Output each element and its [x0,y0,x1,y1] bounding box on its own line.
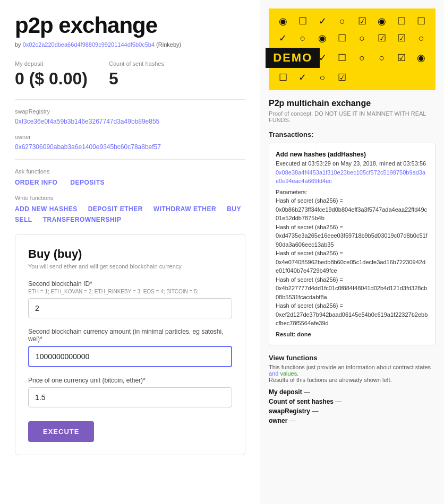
left-panel: p2p exchange by 0x02c2a220dbea66d4f98809… [0,0,260,504]
hashes-value: 5 [109,69,164,89]
currency-amount-field: Second blockchain currency amount (in mi… [28,328,232,367]
stats-row: My deposit 0 ($ 0.00) Count of sent hash… [15,60,245,89]
price-field: Price of one currency unit (bitcoin, eth… [28,377,232,407]
view-fn-hashes: Count of sent hashes — [269,398,436,405]
hashes-label: Count of sent hashes [109,60,164,67]
icon-circle-checked-2: ◉ [374,14,389,29]
view-functions-title: View functions [269,354,436,362]
by-line: by 0x02c2a220dbea66d4f98809c99201144df5b… [15,41,245,48]
icon-checkbox-empty-2: ☐ [394,14,409,29]
tx-param-3: Hash of secret (sha256) = 0x4b227777d4dd… [276,275,429,302]
ask-functions-label: Ask functions [15,168,245,175]
app-title: p2p exchange [15,13,245,38]
blockchain-id-field: Second blockchain ID* ETH = 1; ETH_KOVAN… [28,280,232,318]
tx-param-0: Hash of secret (sha256) = 0x0b86b273ff34… [276,196,429,223]
panel-subtitle: Proof of concept. DO NOT USE IT IN MAINN… [269,110,436,123]
swap-registry-label: swapRegistry [15,108,245,115]
tx-param-4: Hash of secret (sha256) = 0xef2d127de37b… [276,301,429,328]
blockchain-id-label: Second blockchain ID* ETH = 1; ETH_KOVAN… [28,280,232,295]
icon-circle-empty-5: ○ [355,50,370,65]
execute-button[interactable]: EXECUTE [28,421,94,442]
view-fn-owner: owner — [269,417,436,424]
demo-banner: ◉ ☐ ✓ ○ ☑ ◉ ☐ ☐ ✓ ○ ◉ ☐ ○ ☑ ☑ ○ DEMO ✓ ☐… [269,8,436,90]
icon-circle-checked-1: ◉ [276,14,291,29]
icon-check-3: ✓ [315,50,330,65]
swap-registry-address[interactable]: 0xf3ce36e0f4a59b3b146e3267747d3a49bb89e8… [15,118,245,125]
deposit-label: My deposit [15,60,88,67]
by-text: by [15,41,21,48]
deposit-ether-button[interactable]: DEPOSIT ETHER [88,205,143,213]
form-subtitle: You will send ether and will get second … [28,263,232,270]
icon-circle-empty-7: ○ [315,70,330,85]
price-label: Price of one currency unit (bitcoin, eth… [28,377,232,384]
demo-label: DEMO [266,48,320,68]
tx-hash-link[interactable]: 0x08e38a4f4453a1f310e23bec105cf572c51987… [276,169,425,185]
transactions-label: Transactions: [269,131,436,138]
icon-checkbox-checked-5: ☑ [335,70,349,85]
deposit-value: 0 ($ 0.00) [15,69,88,89]
currency-amount-input[interactable] [28,346,232,367]
icon-checkbox-checked-3: ☑ [394,31,409,46]
view-fn-swap-registry: swapRegistry — [269,407,436,415]
ask-functions-row: ORDER INFO DEPOSITS [15,179,245,186]
icon-checkbox-empty-3: ☐ [414,14,429,29]
hashes-stat: Count of sent hashes 5 [109,60,164,89]
tx-executed: Executed at 03:53:29 on May 23, 2018, mi… [276,159,429,168]
view-functions-section: View functions This functions just provi… [269,354,436,424]
icon-check-4: ✓ [295,70,310,85]
tx-func-name: Add new hashes (addHashes) [276,150,429,159]
view-fn-deposit: My deposit — [269,388,436,396]
icon-circle-empty-2: ○ [295,31,310,46]
icon-checkbox-empty-4: ☐ [335,31,349,46]
icon-circle-empty-4: ○ [414,31,429,46]
icon-checkbox-empty-6: ☐ [276,70,291,85]
deposit-stat: My deposit 0 ($ 0.00) [15,60,88,89]
view-functions-desc: This functions just provide an informati… [269,364,436,383]
tx-params-label: Parameters: [276,188,429,197]
icon-checkbox-checked-4: ☑ [394,50,409,65]
icon-checkbox-checked-1: ☑ [355,14,370,29]
address-link-header[interactable]: 0x02c2a220dbea66d4f98809c99201144df5b0c5… [23,41,155,48]
buy-button[interactable]: BUY [227,205,241,213]
write-functions-row: ADD NEW HASHES DEPOSIT ETHER WITHDRAW ET… [15,205,245,223]
icon-circle-checked-3: ◉ [315,31,330,46]
panel-title: P2p multichain exchange [269,99,436,108]
write-functions-label: Write functions [15,195,245,201]
icon-circle-checked-4: ◉ [414,50,429,65]
tx-param-2: Hash of secret (sha256) = 0x4e074085962b… [276,249,429,275]
icon-circle-empty-1: ○ [335,14,349,29]
owner-label: owner [15,134,245,140]
icon-circle-empty-3: ○ [355,31,370,46]
icon-checkbox-empty-5: ☐ [335,50,349,65]
icon-circle-empty-6: ○ [374,50,389,65]
network-label: (Rinkeby) [156,41,181,48]
tx-result: Result: done [276,330,429,339]
icon-checkbox-empty-1: ☐ [295,14,310,29]
tx-param-1: Hash of secret (sha256) = 0xd4735e3a265e… [276,223,429,249]
icon-check-2: ✓ [276,31,291,46]
icon-checkbox-checked-2: ☑ [374,31,389,46]
currency-amount-label: Second blockchain currency amount (in mi… [28,328,232,343]
transfer-ownership-button[interactable]: TRANSFEROWNERSHIP [43,216,122,223]
owner-address[interactable]: 0x627306090abab3a6e1400e9345bc60c78a8bef… [15,143,245,151]
order-info-button[interactable]: ORDER INFO [15,179,57,186]
withdraw-ether-button[interactable]: WITHDRAW ETHER [153,205,216,213]
buy-form: Buy (buy) You will send ether and will g… [15,234,245,455]
deposits-button[interactable]: DEPOSITS [70,179,105,186]
icon-check-1: ✓ [315,14,330,29]
transactions-box: Add new hashes (addHashes) Executed at 0… [269,143,436,345]
sell-button[interactable]: SELL [15,216,32,223]
blockchain-id-input[interactable] [28,298,232,318]
form-title: Buy (buy) [28,247,232,261]
price-input[interactable] [28,387,232,407]
add-new-hashes-button[interactable]: ADD NEW HASHES [15,205,78,213]
right-panel: ◉ ☐ ✓ ○ ☑ ◉ ☐ ☐ ✓ ○ ◉ ☐ ○ ☑ ☑ ○ DEMO ✓ ☐… [260,0,444,504]
